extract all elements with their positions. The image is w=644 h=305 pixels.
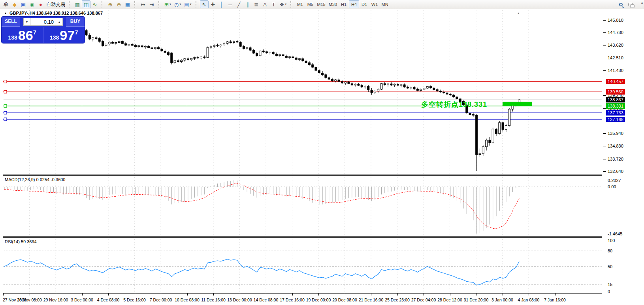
- volume-group: ▼ ▲: [20, 17, 66, 27]
- candle-body: [243, 46, 245, 49]
- timeframe-d1[interactable]: D1: [359, 0, 369, 8]
- line-anchor-marker: [4, 112, 7, 114]
- chat-icon[interactable]: [628, 3, 633, 6]
- volume-decrease-button[interactable]: ▼: [23, 18, 30, 26]
- volume-input[interactable]: [30, 18, 56, 26]
- chart-annotation-text[interactable]: 多空转折点138.331: [421, 100, 487, 109]
- symbol-info-line: ▲ GBPJPY-,H4 138.649 138.912 138.646 138…: [4, 11, 103, 15]
- zoom-in-icon[interactable]: ⊕: [106, 0, 115, 8]
- bar-chart-icon[interactable]: ▥: [73, 0, 82, 8]
- candle-body: [203, 57, 205, 57]
- macd-chart[interactable]: [3, 176, 602, 236]
- arrows-icon-dropdown[interactable]: ▾: [285, 3, 286, 6]
- price-chart-panel[interactable]: ▴: [3, 10, 602, 174]
- candle-body: [351, 83, 353, 85]
- timeframe-m15[interactable]: M15: [315, 0, 327, 8]
- timeframe-h1[interactable]: H1: [339, 0, 349, 8]
- candle-body: [400, 85, 402, 85]
- candle-body: [318, 70, 320, 73]
- candle-body: [95, 38, 97, 38]
- toolbar-separator: [69, 1, 71, 8]
- price-tick-mark: [603, 159, 606, 159]
- time-tick-mark: [371, 294, 371, 296]
- sell-price[interactable]: 138 86 7: [2, 27, 43, 43]
- candle-body: [190, 58, 192, 60]
- templates-icon-dropdown[interactable]: ▾: [190, 3, 192, 6]
- text-icon[interactable]: A: [261, 0, 269, 8]
- candle-body: [407, 87, 409, 88]
- price-tick-mark: [603, 58, 606, 58]
- candle-body: [292, 57, 294, 58]
- new-order-icon[interactable]: ◆: [10, 0, 19, 8]
- timeframe-m30[interactable]: M30: [327, 0, 339, 8]
- buy-price[interactable]: 138 97 7: [43, 27, 85, 43]
- candle-body: [131, 44, 133, 45]
- arrows-icon[interactable]: ❖▾: [278, 0, 288, 8]
- periods-icon[interactable]: ◷▾: [173, 0, 183, 8]
- autotrading-icon[interactable]: ●: [36, 0, 45, 8]
- timeframe-m5[interactable]: M5: [305, 0, 315, 8]
- price-tick-mark: [603, 20, 606, 21]
- chart-window-icon[interactable]: ▣: [19, 0, 28, 8]
- line-chart-icon[interactable]: ∿: [90, 0, 99, 8]
- candlestick-chart-icon[interactable]: ◫: [82, 0, 90, 8]
- time-tick-mark: [3, 294, 4, 296]
- candle-body: [85, 30, 87, 35]
- vertical-line-icon[interactable]: │: [217, 0, 226, 8]
- zoom-out-icon[interactable]: ⊖: [115, 0, 123, 8]
- candle-body: [302, 59, 304, 61]
- candle-body: [230, 42, 232, 43]
- trendline-icon[interactable]: ╱: [235, 0, 243, 8]
- candle-body: [305, 61, 307, 63]
- candle-body: [164, 51, 166, 53]
- candle-body: [486, 140, 488, 147]
- tile-windows-icon[interactable]: ▦: [123, 0, 132, 8]
- rsi-panel[interactable]: RSI(14) 59.3694: [3, 237, 602, 294]
- buy-button[interactable]: BUY: [66, 17, 85, 27]
- sell-button[interactable]: SELL: [2, 17, 20, 27]
- rsi-chart[interactable]: [3, 238, 602, 293]
- timeframe-mn[interactable]: MN: [380, 0, 390, 8]
- templates-icon[interactable]: ▤▾: [183, 0, 193, 8]
- crosshair-icon[interactable]: ✚: [209, 0, 217, 8]
- chart-shift-icon[interactable]: ⇥: [147, 0, 156, 8]
- candle-body: [436, 90, 438, 91]
- candle-body: [220, 45, 222, 46]
- candle-body: [226, 42, 228, 44]
- candle-body: [335, 80, 337, 81]
- volume-increase-button[interactable]: ▲: [56, 18, 63, 26]
- autotrading-label[interactable]: 自动交易: [45, 0, 66, 8]
- price-axis[interactable]: 145.810144.730143.620142.510141.430139.2…: [602, 10, 644, 305]
- toolbar-overflow-chevron[interactable]: ▴: [641, 1, 643, 4]
- timeframe-w1[interactable]: W1: [369, 0, 380, 8]
- channel-icon[interactable]: ∥: [243, 0, 252, 8]
- candle-body: [98, 38, 100, 41]
- candle-body: [285, 56, 287, 58]
- candle-body: [144, 46, 146, 47]
- candle-body: [275, 54, 277, 56]
- macd-panel[interactable]: MACD(12,26,9) 0.0254 -0.3600: [3, 175, 602, 237]
- cursor-icon[interactable]: ↖: [200, 0, 209, 8]
- text-label-icon[interactable]: T: [269, 0, 278, 8]
- periods-icon-dropdown[interactable]: ▾: [179, 3, 181, 6]
- search-icon[interactable]: [619, 3, 623, 6]
- indicators-icon[interactable]: ⊞▾: [163, 0, 173, 8]
- rsi-axis-label: 80: [608, 248, 612, 253]
- time-axis[interactable]: 27 Nov 201828 Nov 08:0029 Nov 16:003 Dec…: [3, 294, 602, 305]
- auto-scroll-icon[interactable]: ↦: [139, 0, 147, 8]
- price-chart[interactable]: ▴: [3, 10, 602, 174]
- time-tick-mark: [108, 294, 109, 296]
- collapse-panel-icon[interactable]: ▲: [4, 11, 7, 15]
- timeframe-m1[interactable]: M1: [295, 0, 305, 8]
- fibonacci-icon[interactable]: ≣: [252, 0, 261, 8]
- candle-body: [252, 50, 254, 53]
- timeframe-h4[interactable]: H4: [349, 0, 359, 8]
- candle-body: [384, 83, 386, 85]
- horizontal-line-icon[interactable]: ─: [226, 0, 235, 8]
- indicators-icon-dropdown[interactable]: ▾: [169, 3, 171, 6]
- market-watch-icon[interactable]: ◉: [28, 0, 36, 8]
- sell-price-big: 86: [18, 28, 33, 42]
- candle-body: [233, 42, 235, 43]
- macd-label: MACD(12,26,9) 0.0254 -0.3600: [5, 177, 65, 182]
- candle-body: [125, 44, 127, 45]
